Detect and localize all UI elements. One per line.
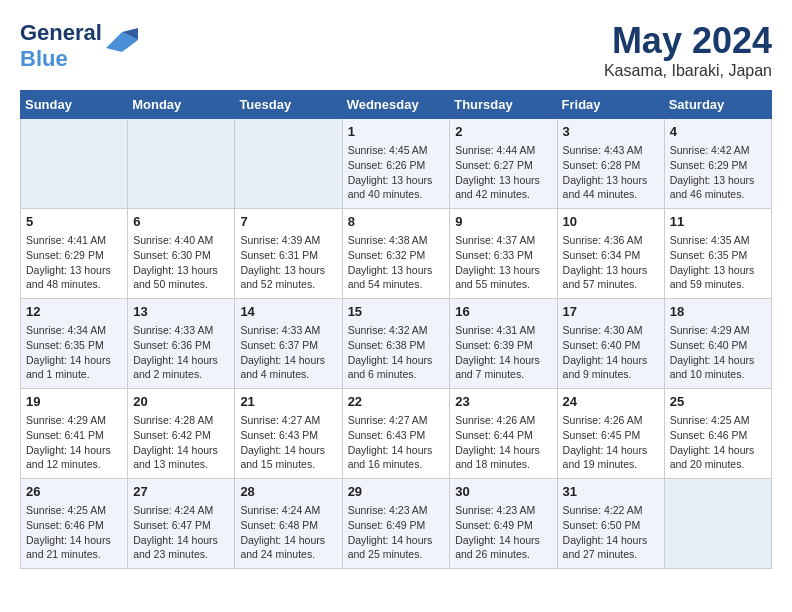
- cell-content: Sunrise: 4:25 AMSunset: 6:46 PMDaylight:…: [26, 503, 122, 562]
- cell-content: Sunrise: 4:36 AMSunset: 6:34 PMDaylight:…: [563, 233, 659, 292]
- day-number: 21: [240, 393, 336, 411]
- calendar-cell: 7Sunrise: 4:39 AMSunset: 6:31 PMDaylight…: [235, 209, 342, 299]
- day-number: 15: [348, 303, 445, 321]
- day-header-thursday: Thursday: [450, 91, 557, 119]
- cell-content: Sunrise: 4:45 AMSunset: 6:26 PMDaylight:…: [348, 143, 445, 202]
- calendar-cell: 12Sunrise: 4:34 AMSunset: 6:35 PMDayligh…: [21, 299, 128, 389]
- calendar-cell: 3Sunrise: 4:43 AMSunset: 6:28 PMDaylight…: [557, 119, 664, 209]
- day-number: 12: [26, 303, 122, 321]
- calendar-cell: 8Sunrise: 4:38 AMSunset: 6:32 PMDaylight…: [342, 209, 450, 299]
- calendar-week-3: 12Sunrise: 4:34 AMSunset: 6:35 PMDayligh…: [21, 299, 772, 389]
- cell-content: Sunrise: 4:35 AMSunset: 6:35 PMDaylight:…: [670, 233, 766, 292]
- day-number: 5: [26, 213, 122, 231]
- logo-text: General Blue: [20, 20, 102, 72]
- cell-content: Sunrise: 4:43 AMSunset: 6:28 PMDaylight:…: [563, 143, 659, 202]
- cell-content: Sunrise: 4:34 AMSunset: 6:35 PMDaylight:…: [26, 323, 122, 382]
- day-number: 25: [670, 393, 766, 411]
- calendar-cell: [128, 119, 235, 209]
- day-header-wednesday: Wednesday: [342, 91, 450, 119]
- day-number: 23: [455, 393, 551, 411]
- calendar-cell: 27Sunrise: 4:24 AMSunset: 6:47 PMDayligh…: [128, 479, 235, 569]
- cell-content: Sunrise: 4:28 AMSunset: 6:42 PMDaylight:…: [133, 413, 229, 472]
- day-number: 24: [563, 393, 659, 411]
- logo-icon: [106, 28, 138, 52]
- cell-content: Sunrise: 4:27 AMSunset: 6:43 PMDaylight:…: [348, 413, 445, 472]
- day-number: 30: [455, 483, 551, 501]
- calendar-cell: 16Sunrise: 4:31 AMSunset: 6:39 PMDayligh…: [450, 299, 557, 389]
- cell-content: Sunrise: 4:41 AMSunset: 6:29 PMDaylight:…: [26, 233, 122, 292]
- cell-content: Sunrise: 4:30 AMSunset: 6:40 PMDaylight:…: [563, 323, 659, 382]
- calendar-week-5: 26Sunrise: 4:25 AMSunset: 6:46 PMDayligh…: [21, 479, 772, 569]
- calendar-cell: 19Sunrise: 4:29 AMSunset: 6:41 PMDayligh…: [21, 389, 128, 479]
- calendar-cell: 21Sunrise: 4:27 AMSunset: 6:43 PMDayligh…: [235, 389, 342, 479]
- calendar-cell: 28Sunrise: 4:24 AMSunset: 6:48 PMDayligh…: [235, 479, 342, 569]
- day-header-monday: Monday: [128, 91, 235, 119]
- day-number: 8: [348, 213, 445, 231]
- calendar-week-1: 1Sunrise: 4:45 AMSunset: 6:26 PMDaylight…: [21, 119, 772, 209]
- day-number: 14: [240, 303, 336, 321]
- cell-content: Sunrise: 4:24 AMSunset: 6:47 PMDaylight:…: [133, 503, 229, 562]
- calendar-cell: 9Sunrise: 4:37 AMSunset: 6:33 PMDaylight…: [450, 209, 557, 299]
- cell-content: Sunrise: 4:29 AMSunset: 6:40 PMDaylight:…: [670, 323, 766, 382]
- day-number: 11: [670, 213, 766, 231]
- calendar-cell: 15Sunrise: 4:32 AMSunset: 6:38 PMDayligh…: [342, 299, 450, 389]
- day-header-tuesday: Tuesday: [235, 91, 342, 119]
- calendar-cell: 31Sunrise: 4:22 AMSunset: 6:50 PMDayligh…: [557, 479, 664, 569]
- calendar-cell: 23Sunrise: 4:26 AMSunset: 6:44 PMDayligh…: [450, 389, 557, 479]
- calendar-cell: 13Sunrise: 4:33 AMSunset: 6:36 PMDayligh…: [128, 299, 235, 389]
- calendar-cell: 26Sunrise: 4:25 AMSunset: 6:46 PMDayligh…: [21, 479, 128, 569]
- day-header-sunday: Sunday: [21, 91, 128, 119]
- day-number: 1: [348, 123, 445, 141]
- cell-content: Sunrise: 4:33 AMSunset: 6:36 PMDaylight:…: [133, 323, 229, 382]
- day-number: 2: [455, 123, 551, 141]
- day-number: 9: [455, 213, 551, 231]
- calendar-cell: 29Sunrise: 4:23 AMSunset: 6:49 PMDayligh…: [342, 479, 450, 569]
- day-number: 20: [133, 393, 229, 411]
- calendar-cell: 20Sunrise: 4:28 AMSunset: 6:42 PMDayligh…: [128, 389, 235, 479]
- calendar-cell: [235, 119, 342, 209]
- day-number: 29: [348, 483, 445, 501]
- logo: General Blue: [20, 20, 138, 72]
- calendar-cell: 22Sunrise: 4:27 AMSunset: 6:43 PMDayligh…: [342, 389, 450, 479]
- day-number: 22: [348, 393, 445, 411]
- calendar-cell: 4Sunrise: 4:42 AMSunset: 6:29 PMDaylight…: [664, 119, 771, 209]
- cell-content: Sunrise: 4:26 AMSunset: 6:45 PMDaylight:…: [563, 413, 659, 472]
- calendar-table: SundayMondayTuesdayWednesdayThursdayFrid…: [20, 90, 772, 569]
- calendar-cell: 2Sunrise: 4:44 AMSunset: 6:27 PMDaylight…: [450, 119, 557, 209]
- cell-content: Sunrise: 4:32 AMSunset: 6:38 PMDaylight:…: [348, 323, 445, 382]
- cell-content: Sunrise: 4:27 AMSunset: 6:43 PMDaylight:…: [240, 413, 336, 472]
- calendar-cell: 10Sunrise: 4:36 AMSunset: 6:34 PMDayligh…: [557, 209, 664, 299]
- cell-content: Sunrise: 4:38 AMSunset: 6:32 PMDaylight:…: [348, 233, 445, 292]
- cell-content: Sunrise: 4:31 AMSunset: 6:39 PMDaylight:…: [455, 323, 551, 382]
- cell-content: Sunrise: 4:39 AMSunset: 6:31 PMDaylight:…: [240, 233, 336, 292]
- day-number: 18: [670, 303, 766, 321]
- calendar-cell: 17Sunrise: 4:30 AMSunset: 6:40 PMDayligh…: [557, 299, 664, 389]
- day-number: 13: [133, 303, 229, 321]
- calendar-cell: 6Sunrise: 4:40 AMSunset: 6:30 PMDaylight…: [128, 209, 235, 299]
- cell-content: Sunrise: 4:25 AMSunset: 6:46 PMDaylight:…: [670, 413, 766, 472]
- calendar-cell: 25Sunrise: 4:25 AMSunset: 6:46 PMDayligh…: [664, 389, 771, 479]
- calendar-week-4: 19Sunrise: 4:29 AMSunset: 6:41 PMDayligh…: [21, 389, 772, 479]
- cell-content: Sunrise: 4:26 AMSunset: 6:44 PMDaylight:…: [455, 413, 551, 472]
- day-number: 4: [670, 123, 766, 141]
- cell-content: Sunrise: 4:24 AMSunset: 6:48 PMDaylight:…: [240, 503, 336, 562]
- calendar-header-row: SundayMondayTuesdayWednesdayThursdayFrid…: [21, 91, 772, 119]
- day-header-friday: Friday: [557, 91, 664, 119]
- day-number: 27: [133, 483, 229, 501]
- calendar-cell: 24Sunrise: 4:26 AMSunset: 6:45 PMDayligh…: [557, 389, 664, 479]
- calendar-cell: 14Sunrise: 4:33 AMSunset: 6:37 PMDayligh…: [235, 299, 342, 389]
- day-number: 31: [563, 483, 659, 501]
- day-number: 19: [26, 393, 122, 411]
- location: Kasama, Ibaraki, Japan: [604, 62, 772, 80]
- cell-content: Sunrise: 4:33 AMSunset: 6:37 PMDaylight:…: [240, 323, 336, 382]
- day-number: 16: [455, 303, 551, 321]
- calendar-cell: 5Sunrise: 4:41 AMSunset: 6:29 PMDaylight…: [21, 209, 128, 299]
- calendar-week-2: 5Sunrise: 4:41 AMSunset: 6:29 PMDaylight…: [21, 209, 772, 299]
- day-number: 17: [563, 303, 659, 321]
- cell-content: Sunrise: 4:22 AMSunset: 6:50 PMDaylight:…: [563, 503, 659, 562]
- cell-content: Sunrise: 4:37 AMSunset: 6:33 PMDaylight:…: [455, 233, 551, 292]
- day-number: 10: [563, 213, 659, 231]
- calendar-cell: 30Sunrise: 4:23 AMSunset: 6:49 PMDayligh…: [450, 479, 557, 569]
- page-header: General Blue May 2024 Kasama, Ibaraki, J…: [20, 20, 772, 80]
- calendar-cell: 11Sunrise: 4:35 AMSunset: 6:35 PMDayligh…: [664, 209, 771, 299]
